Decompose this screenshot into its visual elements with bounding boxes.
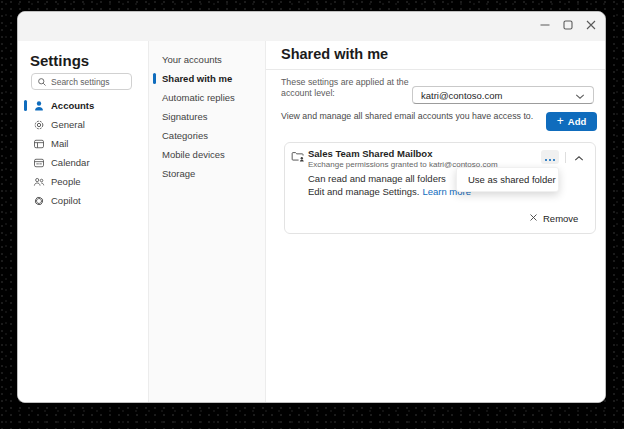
close-button[interactable] [581, 15, 601, 35]
window-controls [535, 15, 601, 35]
maximize-icon [563, 18, 573, 33]
account-dropdown-value: katri@contoso.com [421, 90, 575, 101]
mailbox-title: Sales Team Shared Mailbox [308, 148, 432, 159]
nav-item-label: Shared with me [162, 73, 232, 84]
page-title: Shared with me [281, 46, 388, 62]
mail-icon [33, 138, 45, 150]
search-icon [37, 73, 47, 91]
account-level-label: These settings are applied at the accoun… [281, 77, 431, 99]
settings-line: Edit and manage Settings.Learn more [308, 186, 471, 197]
nav-item-label: Automatic replies [162, 92, 235, 103]
collapse-button[interactable] [571, 150, 587, 164]
settings-sidebar: Settings Accounts General [18, 41, 149, 403]
settings-heading: Settings [30, 52, 89, 69]
settings-line-text: Edit and manage Settings. [308, 186, 419, 197]
menu-item-use-as-shared-folder[interactable]: Use as shared folder [468, 174, 556, 185]
more-options-menu: Use as shared folder [456, 167, 559, 192]
shared-folder-icon [291, 149, 305, 167]
divider [565, 152, 566, 163]
copilot-icon [33, 195, 45, 207]
selection-indicator [153, 73, 156, 84]
search-input[interactable] [51, 77, 126, 87]
chevron-up-icon [574, 150, 584, 165]
nav-item-automatic-replies[interactable]: Automatic replies [149, 88, 265, 107]
sidebar-item-general[interactable]: General [18, 115, 148, 134]
permission-line: Can read and manage all folders [308, 173, 446, 184]
add-button[interactable]: + Add [546, 112, 597, 131]
plus-icon: + [557, 115, 564, 127]
accounts-nav: Your accounts Shared with me Automatic r… [149, 41, 266, 403]
divider [266, 69, 606, 70]
sidebar-menu: Accounts General Mail [18, 96, 148, 210]
nav-item-mobile-devices[interactable]: Mobile devices [149, 145, 265, 164]
maximize-button[interactable] [558, 15, 578, 35]
sidebar-item-copilot[interactable]: Copilot [18, 191, 148, 210]
nav-item-categories[interactable]: Categories [149, 126, 265, 145]
close-icon [586, 18, 596, 33]
ellipsis-icon [544, 150, 556, 165]
dismiss-icon [529, 213, 538, 224]
sidebar-item-accounts[interactable]: Accounts [18, 96, 148, 115]
more-options-button[interactable] [541, 150, 559, 164]
gear-icon [33, 119, 45, 131]
nav-item-label: Mobile devices [162, 149, 225, 160]
person-icon [33, 100, 45, 112]
sidebar-item-label: Accounts [51, 100, 94, 111]
nav-item-label: Categories [162, 130, 208, 141]
calendar-icon [33, 157, 45, 169]
minimize-icon [540, 18, 550, 33]
title-bar [18, 12, 605, 41]
remove-button-label: Remove [543, 213, 578, 224]
sidebar-item-calendar[interactable]: Calendar [18, 153, 148, 172]
sidebar-item-people[interactable]: People [18, 172, 148, 191]
nav-item-label: Signatures [162, 111, 207, 122]
sidebar-item-label: Copilot [51, 195, 81, 206]
sidebar-item-mail[interactable]: Mail [18, 134, 148, 153]
sidebar-item-label: Mail [51, 138, 68, 149]
sidebar-item-label: Calendar [51, 157, 90, 168]
chevron-down-icon [575, 86, 585, 104]
nav-item-shared-with-me[interactable]: Shared with me [149, 69, 265, 88]
sidebar-item-label: People [51, 176, 81, 187]
nav-item-signatures[interactable]: Signatures [149, 107, 265, 126]
shared-with-me-panel: Shared with me These settings are applie… [266, 41, 606, 403]
sidebar-item-label: General [51, 119, 85, 130]
account-dropdown[interactable]: katri@contoso.com [412, 86, 594, 104]
nav-item-your-accounts[interactable]: Your accounts [149, 50, 265, 69]
search-box[interactable] [31, 73, 132, 90]
add-button-label: Add [568, 116, 586, 127]
minimize-button[interactable] [535, 15, 555, 35]
selection-indicator [24, 100, 27, 111]
settings-window: Settings Accounts General [17, 11, 606, 403]
nav-item-storage[interactable]: Storage [149, 164, 265, 183]
accounts-nav-list: Your accounts Shared with me Automatic r… [149, 50, 265, 183]
nav-item-label: Your accounts [162, 54, 222, 65]
people-icon [33, 176, 45, 188]
nav-item-label: Storage [162, 168, 195, 179]
shared-accounts-description: View and manage all shared email account… [281, 111, 533, 121]
remove-button[interactable]: Remove [529, 211, 578, 225]
